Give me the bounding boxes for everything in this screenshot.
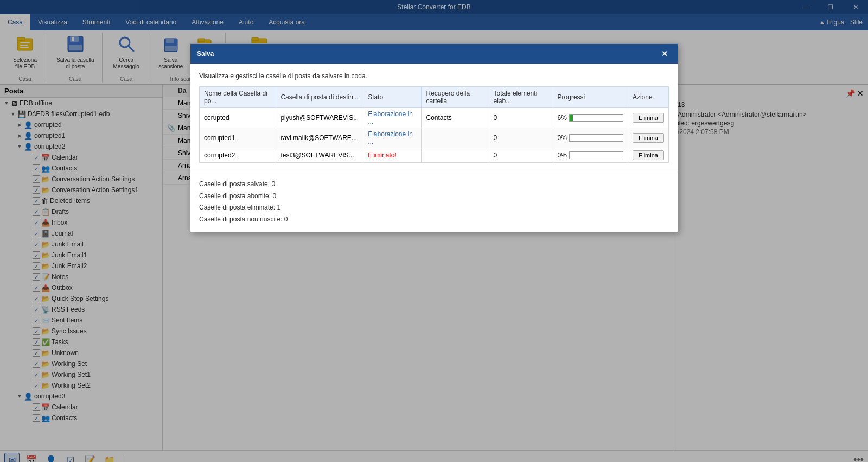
footer-failed: Caselle di posta non riuscite: 0 [199, 214, 669, 226]
row2-name: corrupted1 [200, 128, 276, 148]
row3-action-button[interactable]: Elimina [633, 150, 664, 160]
row3-action: Elimina [628, 148, 668, 163]
row2-total: 0 [489, 128, 553, 148]
row1-progress-bar [569, 114, 623, 122]
row1-status: Elaborazione in ... [363, 108, 422, 128]
row1-progress: 6% [553, 108, 628, 128]
row3-name: corrupted2 [200, 148, 276, 163]
modal-row-2: corrupted1 ravi.malik@SOFTWARE... Elabor… [200, 128, 669, 148]
row3-dest: test3@SOFTWAREVIS... [276, 148, 363, 163]
modal-overlay: Salva ✕ Visualizza e gestisci le caselle… [0, 0, 868, 462]
footer-saved: Caselle di posta salvate: 0 [199, 179, 669, 191]
modal-title: Salva [197, 50, 214, 58]
modal-close-button[interactable]: ✕ [658, 48, 671, 59]
row2-recovery [422, 128, 489, 148]
row1-dest: piyush@SOFTWAREVIS... [276, 108, 363, 128]
row3-total: 0 [489, 148, 553, 163]
col-total: Totale elementi elab... [489, 87, 553, 108]
row2-action: Elimina [628, 128, 668, 148]
row1-total: 0 [489, 108, 553, 128]
row2-status: Elaborazione in ... [363, 128, 422, 148]
col-progress: Progressi [553, 87, 628, 108]
row1-name: corupted [200, 108, 276, 128]
modal-row-3: corrupted2 test3@SOFTWAREVIS... Eliminat… [200, 148, 669, 163]
footer-aborted: Caselle di posta abortite: 0 [199, 191, 669, 202]
modal-footer: Caselle di posta salvate: 0 Caselle di p… [190, 172, 678, 232]
save-modal: Salva ✕ Visualizza e gestisci le caselle… [190, 43, 678, 232]
modal-row-1: corupted piyush@SOFTWAREVIS... Elaborazi… [200, 108, 669, 128]
row3-progress: 0% [553, 148, 628, 163]
row3-pct-label: 0% [558, 151, 567, 159]
modal-body: Visualizza e gestisci le caselle di post… [190, 64, 678, 172]
row3-status: Eliminato! [363, 148, 422, 163]
col-dest: Casella di posta di destin... [276, 87, 363, 108]
footer-eliminated: Caselle di posta eliminate: 1 [199, 202, 669, 214]
row2-pct-label: 0% [558, 134, 567, 142]
row1-recovery: Contacts [422, 108, 489, 128]
row1-action-button[interactable]: Elimina [633, 113, 664, 123]
row1-action: Elimina [628, 108, 668, 128]
row1-pct-label: 6% [558, 114, 567, 122]
row2-action-button[interactable]: Elimina [633, 133, 664, 143]
col-stato: Stato [363, 87, 422, 108]
row2-dest: ravi.malik@SOFTWARE... [276, 128, 363, 148]
row3-recovery [422, 148, 489, 163]
col-name: Nome della Casella di po... [200, 87, 276, 108]
col-action: Azione [628, 87, 668, 108]
modal-table: Nome della Casella di po... Casella di p… [199, 86, 669, 163]
modal-description: Visualizza e gestisci le caselle di post… [199, 72, 669, 80]
row1-progress-fill [570, 115, 573, 121]
col-recovery: Recupero della cartella [422, 87, 489, 108]
row3-progress-bar [569, 151, 623, 159]
row2-progress-bar [569, 134, 623, 142]
row2-progress: 0% [553, 128, 628, 148]
modal-title-bar: Salva ✕ [190, 44, 678, 64]
